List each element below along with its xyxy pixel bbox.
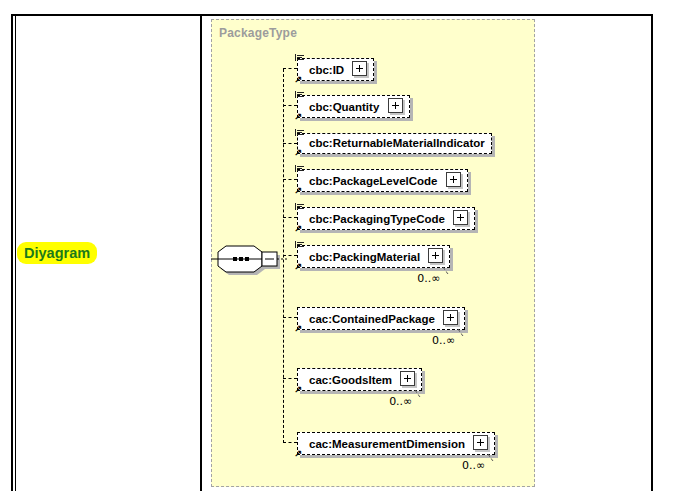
table-left-border (11, 14, 13, 491)
element-reference-icon: ↗ (294, 384, 302, 395)
element-box-cac-containedpackage[interactable]: ↗ cac:ContainedPackage (297, 307, 465, 330)
table-top-border (11, 14, 653, 16)
element-label: cac:ContainedPackage (309, 313, 435, 325)
simple-content-icon (295, 129, 304, 137)
expand-icon[interactable] (443, 310, 458, 325)
cardinality-label: 0..∞ (462, 459, 485, 472)
element-label: cac:GoodsItem (309, 374, 392, 386)
expand-icon[interactable] (446, 172, 461, 187)
element-row-cbc-packingmaterial: ↗ cbc:PackingMaterial 0..∞ (297, 245, 450, 268)
panel-title: PackageType (219, 26, 297, 40)
element-box-cac-measurementdimension[interactable]: ↗ cac:MeasurementDimension (297, 432, 495, 455)
expand-icon[interactable] (352, 61, 367, 76)
element-box-cac-goodsitem[interactable]: ↗ cac:GoodsItem (297, 368, 422, 391)
element-reference-icon: ↗ (294, 185, 302, 196)
element-box-cbc-packingmaterial[interactable]: ↗ cbc:PackingMaterial (297, 245, 450, 268)
element-row-cac-measurementdimension: ↗ cac:MeasurementDimension 0..∞ (297, 432, 495, 455)
element-box-cbc-id[interactable]: ↗ cbc:ID (297, 58, 374, 81)
simple-content-icon (295, 203, 304, 211)
expand-icon[interactable] (453, 210, 468, 225)
element-row-cac-containedpackage: ↗ cac:ContainedPackage 0..∞ (297, 307, 465, 330)
simple-content-icon (295, 165, 304, 173)
element-reference-icon: ↗ (294, 323, 302, 334)
element-row-cbc-id: ↗ cbc:ID (297, 58, 374, 81)
cardinality-label: 0..∞ (389, 395, 412, 408)
element-row-cac-goodsitem: ↗ cac:GoodsItem 0..∞ (297, 368, 422, 391)
element-label: cbc:Quantity (309, 101, 379, 113)
element-box-cbc-quantity[interactable]: ↗ cbc:Quantity (297, 95, 410, 118)
element-row-cbc-returnablematerialindicator: ↗ cbc:ReturnableMaterialIndicator (297, 133, 492, 154)
element-row-cbc-packagelevelcode: ↗ cbc:PackageLevelCode (297, 169, 468, 192)
element-label: cac:MeasurementDimension (309, 438, 465, 450)
simple-content-icon (295, 91, 304, 99)
element-label: cbc:ID (309, 64, 344, 76)
element-reference-icon: ↗ (294, 111, 302, 122)
element-label: cbc:PackageLevelCode (309, 175, 437, 187)
table-cell-divider (200, 14, 202, 491)
expand-icon[interactable] (428, 248, 443, 263)
element-row-cbc-quantity: ↗ cbc:Quantity (297, 95, 410, 118)
element-reference-icon: ↗ (294, 147, 302, 158)
element-row-cbc-packagingtypecode: ↗ cbc:PackagingTypeCode (297, 207, 475, 230)
table-left-border-inner (15, 14, 16, 491)
simple-content-icon (295, 241, 304, 249)
element-box-cbc-packagelevelcode[interactable]: ↗ cbc:PackageLevelCode (297, 169, 468, 192)
simple-content-icon (295, 54, 304, 62)
element-reference-icon: ↗ (294, 448, 302, 459)
element-reference-icon: ↗ (294, 74, 302, 85)
cardinality-label: 0..∞ (432, 334, 455, 347)
expand-icon[interactable] (400, 371, 415, 386)
child-connector-line (283, 69, 284, 443)
element-box-cbc-packagingtypecode[interactable]: ↗ cbc:PackagingTypeCode (297, 207, 475, 230)
cardinality-label: 0..∞ (417, 272, 440, 285)
element-label: cbc:PackagingTypeCode (309, 213, 445, 225)
element-label: cbc:PackingMaterial (309, 251, 420, 263)
expand-icon[interactable] (473, 435, 488, 450)
diyagram-row-label: Diyagram (17, 242, 97, 264)
element-reference-icon: ↗ (294, 223, 302, 234)
element-label: cbc:ReturnableMaterialIndicator (309, 137, 485, 149)
sequence-compositor-icon[interactable] (211, 242, 289, 276)
table-right-border (651, 14, 653, 491)
document-page: Diyagram PackageType ↗ cbc:ID ↗ cbc:Quan… (0, 0, 680, 491)
expand-icon[interactable] (388, 98, 403, 113)
element-reference-icon: ↗ (294, 261, 302, 272)
element-box-cbc-returnablematerialindicator[interactable]: ↗ cbc:ReturnableMaterialIndicator (297, 133, 492, 154)
